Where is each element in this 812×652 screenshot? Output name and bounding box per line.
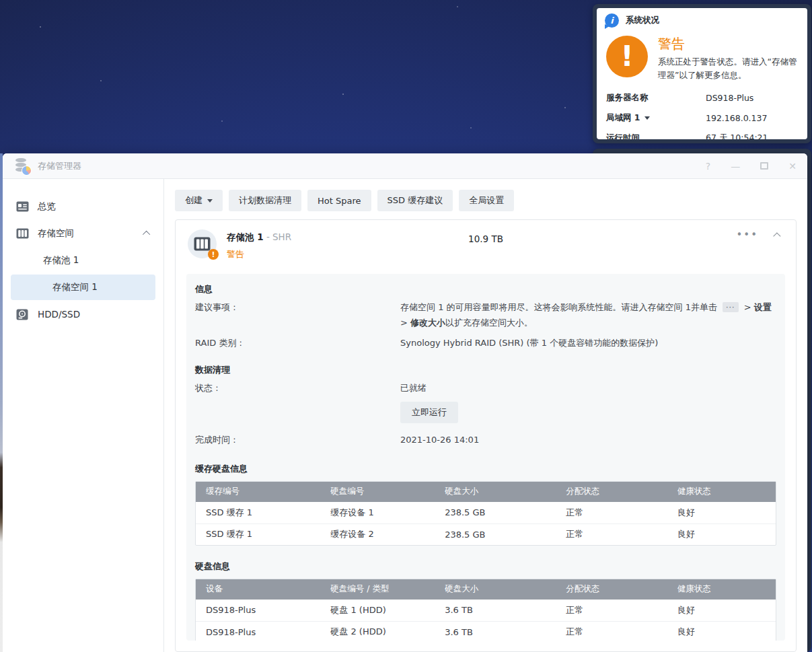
minimize-button[interactable]: — (731, 161, 740, 171)
pool-status-badge: 警告 (227, 248, 291, 260)
pool-more-actions-icon[interactable]: ••• (736, 233, 758, 237)
dropdown-caret-icon (207, 199, 213, 203)
raid-label: RAID 类别 : (195, 336, 400, 351)
lan-ip-value: 192.168.0.137 (706, 113, 767, 123)
table-row[interactable]: SSD 缓存 1缓存设备 2 238.5 GB正常 良好 (196, 523, 776, 545)
server-name-label: 服务器名称 (606, 92, 706, 104)
titlebar[interactable]: 存储管理器 ? — ✕ (3, 153, 807, 179)
disk-table-header: 设备硬盘编号 / 类型 硬盘大小分配状态 健康状态 (196, 579, 776, 600)
sidebar-item-storage[interactable]: 存储空间 (11, 221, 155, 246)
ssd-cache-advisor-button[interactable]: SSD 缓存建议 (377, 190, 453, 211)
pool-details: 信息 建议事项 : 存储空间 1 的可用容量即将用尽。这将会影响系统性能。请进入… (186, 274, 785, 641)
uptime-value: 67 天 10:54:21 (706, 133, 768, 140)
sidebar-item-storage-pool-1[interactable]: 存储池 1 (11, 248, 155, 273)
pool-warning-badge-icon: ! (208, 249, 219, 260)
overview-icon (16, 201, 29, 212)
sidebar-item-label: 总览 (38, 201, 56, 213)
system-status-widget: i 系统状况 ! 警告 系统正处于警告状态。请进入“存储管理器”以了解更多信息。… (593, 4, 811, 143)
lan-label[interactable]: 局域网 1 (606, 112, 706, 124)
main-panel: 创建 计划数据清理 Hot Spare SSD 缓存建议 全局设置 ! 存 (164, 179, 807, 652)
info-icon: i (605, 13, 619, 28)
advice-value: 存储空间 1 的可用容量即将用尽。这将会影响系统性能。请进入存储空间 1并单击 … (400, 300, 776, 331)
info-section-title: 信息 (195, 283, 776, 295)
sidebar-item-label: 存储空间 (38, 227, 74, 240)
chevron-up-icon[interactable] (143, 231, 150, 238)
scrub-finish-row: 完成时间 : 2021-10-26 14:01 (195, 433, 776, 448)
screen: i 系统状况 ! 警告 系统正处于警告状态。请进入“存储管理器”以了解更多信息。… (0, 0, 812, 652)
scrub-status-label: 状态 : (195, 381, 400, 396)
cache-table-title: 缓存硬盘信息 (195, 463, 776, 475)
warning-icon: ! (606, 36, 648, 77)
scrubbing-section-title: 数据清理 (195, 364, 776, 376)
maximize-button[interactable] (760, 162, 768, 170)
storage-pool-card: ! 存储池 1 - SHR 警告 10.9 TB ••• 信息 (175, 219, 797, 652)
sidebar: 总览 存储空间 存储池 1 存储空间 1 (3, 179, 164, 652)
sidebar-item-volume-1[interactable]: 存储空间 1 (11, 275, 155, 300)
scheduled-scrubbing-button[interactable]: 计划数据清理 (229, 190, 301, 211)
window-title: 存储管理器 (38, 160, 81, 172)
run-now-button[interactable]: 立即运行 (400, 402, 458, 423)
create-button[interactable]: 创建 (175, 190, 223, 211)
cache-table-header: 缓存编号硬盘编号 硬盘大小分配状态 健康状态 (196, 482, 776, 502)
sidebar-item-label: HDD/SSD (38, 309, 80, 320)
sidebar-item-hdd-ssd[interactable]: HDD/SSD (11, 301, 155, 327)
sidebar-item-overview[interactable]: 总览 (11, 194, 155, 219)
table-row[interactable]: DS918-Plus硬盘 2 (HDD) 3.6 TB正常 良好 (196, 621, 776, 641)
sidebar-item-label: 存储池 1 (43, 254, 79, 266)
disk-table-title: 硬盘信息 (195, 560, 776, 573)
storage-manager-window: 存储管理器 ? — ✕ 总览 (3, 153, 807, 652)
hot-spare-button[interactable]: Hot Spare (307, 190, 371, 211)
pool-card-header: ! 存储池 1 - SHR 警告 10.9 TB ••• (176, 220, 796, 271)
close-button[interactable]: ✕ (788, 161, 797, 171)
wallpaper-edge-strip (0, 153, 3, 652)
uptime-row: 运行时间 67 天 10:54:21 (606, 133, 798, 140)
pool-size: 10.9 TB (176, 233, 796, 244)
uptime-label: 运行时间 (606, 133, 706, 140)
system-status-message: 系统正处于警告状态。请进入“存储管理器”以了解更多信息。 (658, 55, 802, 83)
chevron-down-icon (644, 116, 650, 120)
lan-row: 局域网 1 192.168.0.137 (606, 112, 798, 124)
table-row[interactable]: SSD 缓存 1缓存设备 1 238.5 GB正常 良好 (196, 502, 776, 523)
server-name-value: DS918-Plus (706, 93, 753, 103)
widget-title: 系统状况 (626, 15, 659, 26)
advice-label: 建议事项 : (195, 300, 400, 331)
more-actions-inline-icon: ··· (723, 302, 739, 312)
finish-time-value: 2021-10-26 14:01 (400, 433, 776, 448)
hdd-icon (16, 309, 29, 320)
storage-manager-icon (13, 157, 31, 175)
server-name-row: 服务器名称 DS918-Plus (606, 92, 798, 104)
advice-row: 建议事项 : 存储空间 1 的可用容量即将用尽。这将会影响系统性能。请进入存储空… (195, 300, 776, 331)
scrub-status-row: 状态 : 已就绪 (195, 381, 776, 396)
table-row[interactable]: DS918-Plus硬盘 1 (HDD) 3.6 TB正常 良好 (196, 600, 776, 621)
sidebar-item-label: 存储空间 1 (52, 281, 98, 293)
toolbar: 创建 计划数据清理 Hot Spare SSD 缓存建议 全局设置 (175, 190, 797, 211)
help-button[interactable]: ? (706, 161, 710, 171)
system-status-label: 警告 (658, 36, 802, 52)
raid-value: Synology Hybrid RAID (SHR) (带 1 个硬盘容错功能的… (400, 336, 776, 351)
cache-disk-table: 缓存编号硬盘编号 硬盘大小分配状态 健康状态 SSD 缓存 1缓存设备 1 23… (195, 481, 776, 546)
scrub-status-value: 已就绪 (400, 381, 776, 396)
raid-row: RAID 类别 : Synology Hybrid RAID (SHR) (带 … (195, 336, 776, 351)
disk-info-table: 设备硬盘编号 / 类型 硬盘大小分配状态 健康状态 DS918-Plus硬盘 1… (195, 579, 776, 641)
global-settings-button[interactable]: 全局设置 (459, 190, 514, 211)
finish-time-label: 完成时间 : (195, 433, 400, 448)
storage-icon (16, 228, 29, 239)
